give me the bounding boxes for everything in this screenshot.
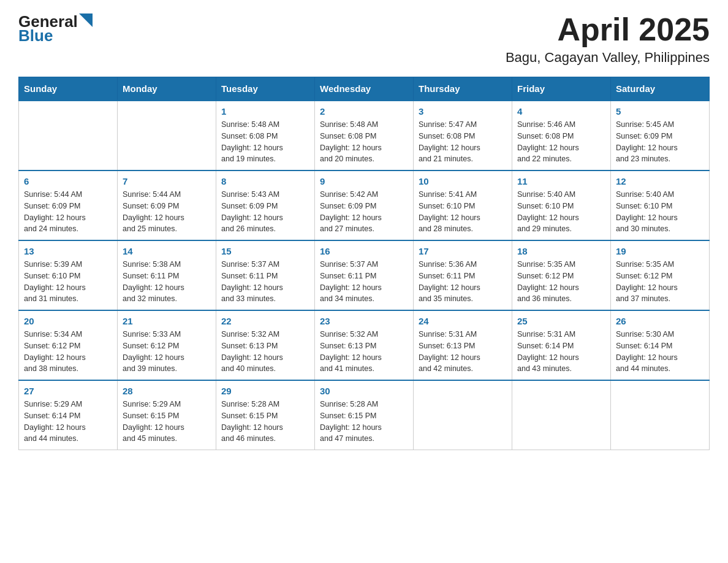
day-info: Sunrise: 5:35 AM Sunset: 6:12 PM Dayligh…	[517, 259, 605, 305]
day-info: Sunrise: 5:29 AM Sunset: 6:14 PM Dayligh…	[24, 399, 112, 445]
page-title: April 2025	[506, 12, 710, 47]
calendar-cell: 7Sunrise: 5:44 AM Sunset: 6:09 PM Daylig…	[118, 170, 216, 240]
day-info: Sunrise: 5:31 AM Sunset: 6:14 PM Dayligh…	[517, 329, 605, 375]
calendar-cell: 3Sunrise: 5:47 AM Sunset: 6:08 PM Daylig…	[414, 101, 512, 170]
calendar-cell: 26Sunrise: 5:30 AM Sunset: 6:14 PM Dayli…	[611, 310, 710, 380]
logo-blue: Blue	[18, 26, 53, 45]
day-number: 25	[517, 316, 605, 326]
calendar-cell: 13Sunrise: 5:39 AM Sunset: 6:10 PM Dayli…	[19, 240, 118, 310]
calendar-cell: 11Sunrise: 5:40 AM Sunset: 6:10 PM Dayli…	[512, 170, 611, 240]
day-number: 15	[221, 246, 309, 256]
calendar-cell: 2Sunrise: 5:48 AM Sunset: 6:08 PM Daylig…	[315, 101, 414, 170]
calendar-cell: 21Sunrise: 5:33 AM Sunset: 6:12 PM Dayli…	[118, 310, 216, 380]
calendar-cell: 5Sunrise: 5:45 AM Sunset: 6:09 PM Daylig…	[611, 101, 710, 170]
day-number: 11	[517, 176, 605, 186]
svg-marker-0	[79, 13, 93, 27]
day-info: Sunrise: 5:44 AM Sunset: 6:09 PM Dayligh…	[123, 189, 211, 235]
calendar-cell: 28Sunrise: 5:29 AM Sunset: 6:15 PM Dayli…	[118, 380, 216, 450]
day-number: 12	[616, 176, 704, 186]
column-header-sunday: Sunday	[19, 77, 118, 101]
calendar-header-row: SundayMondayTuesdayWednesdayThursdayFrid…	[19, 77, 710, 101]
week-row-2: 6Sunrise: 5:44 AM Sunset: 6:09 PM Daylig…	[19, 170, 710, 240]
calendar-cell: 16Sunrise: 5:37 AM Sunset: 6:11 PM Dayli…	[315, 240, 414, 310]
day-number: 2	[320, 106, 408, 117]
day-info: Sunrise: 5:37 AM Sunset: 6:11 PM Dayligh…	[320, 259, 408, 305]
day-info: Sunrise: 5:45 AM Sunset: 6:09 PM Dayligh…	[616, 119, 704, 165]
calendar-cell: 19Sunrise: 5:35 AM Sunset: 6:12 PM Dayli…	[611, 240, 710, 310]
day-info: Sunrise: 5:28 AM Sunset: 6:15 PM Dayligh…	[320, 399, 408, 445]
calendar-cell: 23Sunrise: 5:32 AM Sunset: 6:13 PM Dayli…	[315, 310, 414, 380]
page-subtitle: Bagu, Cagayan Valley, Philippines	[506, 50, 710, 66]
day-number: 16	[320, 246, 408, 256]
day-info: Sunrise: 5:41 AM Sunset: 6:10 PM Dayligh…	[419, 189, 507, 235]
column-header-saturday: Saturday	[611, 77, 710, 101]
day-number: 20	[24, 316, 112, 326]
calendar-cell: 20Sunrise: 5:34 AM Sunset: 6:12 PM Dayli…	[19, 310, 118, 380]
week-row-5: 27Sunrise: 5:29 AM Sunset: 6:14 PM Dayli…	[19, 380, 710, 450]
column-header-wednesday: Wednesday	[315, 77, 414, 101]
day-number: 28	[123, 386, 211, 396]
day-info: Sunrise: 5:32 AM Sunset: 6:13 PM Dayligh…	[221, 329, 309, 375]
day-number: 5	[616, 106, 704, 117]
calendar-cell: 29Sunrise: 5:28 AM Sunset: 6:15 PM Dayli…	[216, 380, 315, 450]
calendar-cell: 22Sunrise: 5:32 AM Sunset: 6:13 PM Dayli…	[216, 310, 315, 380]
day-number: 18	[517, 246, 605, 256]
day-number: 29	[221, 386, 309, 396]
day-info: Sunrise: 5:38 AM Sunset: 6:11 PM Dayligh…	[123, 259, 211, 305]
day-number: 22	[221, 316, 309, 326]
day-number: 3	[419, 106, 507, 117]
day-info: Sunrise: 5:30 AM Sunset: 6:14 PM Dayligh…	[616, 329, 704, 375]
day-info: Sunrise: 5:32 AM Sunset: 6:13 PM Dayligh…	[320, 329, 408, 375]
day-number: 23	[320, 316, 408, 326]
day-number: 13	[24, 246, 112, 256]
calendar-cell: 9Sunrise: 5:42 AM Sunset: 6:09 PM Daylig…	[315, 170, 414, 240]
column-header-monday: Monday	[118, 77, 216, 101]
day-number: 7	[123, 176, 211, 186]
day-number: 10	[419, 176, 507, 186]
calendar-cell: 24Sunrise: 5:31 AM Sunset: 6:13 PM Dayli…	[414, 310, 512, 380]
calendar-cell: 27Sunrise: 5:29 AM Sunset: 6:14 PM Dayli…	[19, 380, 118, 450]
calendar-cell: 4Sunrise: 5:46 AM Sunset: 6:08 PM Daylig…	[512, 101, 611, 170]
calendar-cell: 18Sunrise: 5:35 AM Sunset: 6:12 PM Dayli…	[512, 240, 611, 310]
day-number: 27	[24, 386, 112, 396]
day-number: 9	[320, 176, 408, 186]
day-info: Sunrise: 5:37 AM Sunset: 6:11 PM Dayligh…	[221, 259, 309, 305]
week-row-3: 13Sunrise: 5:39 AM Sunset: 6:10 PM Dayli…	[19, 240, 710, 310]
day-info: Sunrise: 5:31 AM Sunset: 6:13 PM Dayligh…	[419, 329, 507, 375]
logo: General Blue	[18, 12, 93, 45]
calendar-cell: 15Sunrise: 5:37 AM Sunset: 6:11 PM Dayli…	[216, 240, 315, 310]
day-number: 26	[616, 316, 704, 326]
column-header-friday: Friday	[512, 77, 611, 101]
calendar-cell: 10Sunrise: 5:41 AM Sunset: 6:10 PM Dayli…	[414, 170, 512, 240]
day-info: Sunrise: 5:46 AM Sunset: 6:08 PM Dayligh…	[517, 119, 605, 165]
calendar-table: SundayMondayTuesdayWednesdayThursdayFrid…	[18, 77, 710, 450]
day-number: 30	[320, 386, 408, 396]
calendar-cell	[118, 101, 216, 170]
day-info: Sunrise: 5:47 AM Sunset: 6:08 PM Dayligh…	[419, 119, 507, 165]
day-info: Sunrise: 5:29 AM Sunset: 6:15 PM Dayligh…	[123, 399, 211, 445]
day-info: Sunrise: 5:44 AM Sunset: 6:09 PM Dayligh…	[24, 189, 112, 235]
day-info: Sunrise: 5:34 AM Sunset: 6:12 PM Dayligh…	[24, 329, 112, 375]
day-info: Sunrise: 5:40 AM Sunset: 6:10 PM Dayligh…	[517, 189, 605, 235]
calendar-cell	[414, 380, 512, 450]
column-header-tuesday: Tuesday	[216, 77, 315, 101]
calendar-cell: 1Sunrise: 5:48 AM Sunset: 6:08 PM Daylig…	[216, 101, 315, 170]
calendar-cell: 12Sunrise: 5:40 AM Sunset: 6:10 PM Dayli…	[611, 170, 710, 240]
calendar-cell	[19, 101, 118, 170]
day-number: 8	[221, 176, 309, 186]
day-info: Sunrise: 5:36 AM Sunset: 6:11 PM Dayligh…	[419, 259, 507, 305]
week-row-4: 20Sunrise: 5:34 AM Sunset: 6:12 PM Dayli…	[19, 310, 710, 380]
day-info: Sunrise: 5:43 AM Sunset: 6:09 PM Dayligh…	[221, 189, 309, 235]
day-number: 17	[419, 246, 507, 256]
day-info: Sunrise: 5:28 AM Sunset: 6:15 PM Dayligh…	[221, 399, 309, 445]
day-info: Sunrise: 5:39 AM Sunset: 6:10 PM Dayligh…	[24, 259, 112, 305]
day-info: Sunrise: 5:35 AM Sunset: 6:12 PM Dayligh…	[616, 259, 704, 305]
day-info: Sunrise: 5:48 AM Sunset: 6:08 PM Dayligh…	[221, 119, 309, 165]
calendar-cell: 30Sunrise: 5:28 AM Sunset: 6:15 PM Dayli…	[315, 380, 414, 450]
day-info: Sunrise: 5:33 AM Sunset: 6:12 PM Dayligh…	[123, 329, 211, 375]
calendar-cell: 17Sunrise: 5:36 AM Sunset: 6:11 PM Dayli…	[414, 240, 512, 310]
day-number: 19	[616, 246, 704, 256]
day-number: 4	[517, 106, 605, 117]
title-block: April 2025 Bagu, Cagayan Valley, Philipp…	[506, 12, 710, 66]
day-number: 24	[419, 316, 507, 326]
